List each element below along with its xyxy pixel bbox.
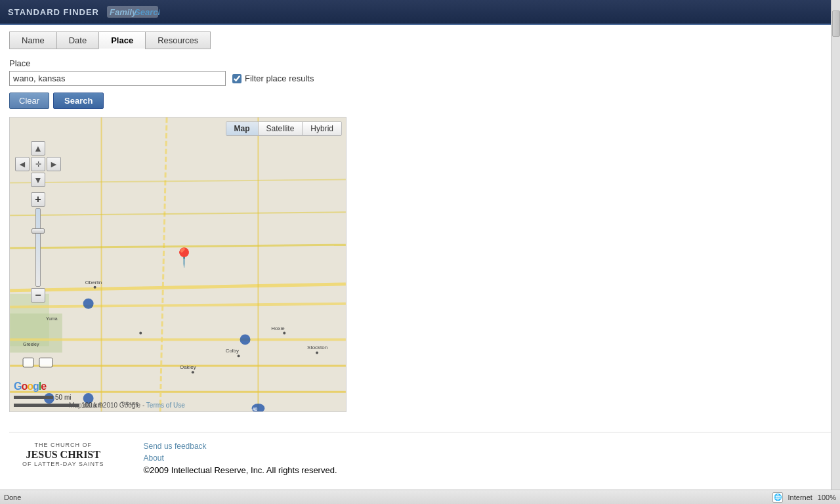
svg-rect-19 [39, 358, 52, 367]
svg-text:Colby: Colby [226, 348, 239, 354]
pan-left-button[interactable]: ◄ [15, 157, 30, 171]
footer: THE CHURCH OF JESUS CHRIST OF LATTER-DAY… [9, 432, 831, 484]
church-main-text: JESUS CHRIST [22, 448, 104, 461]
map-view-satellite[interactable]: Satellite [259, 122, 303, 135]
header: STANDARD FINDER Family Search [0, 0, 840, 25]
footer-church-logo: THE CHURCH OF JESUS CHRIST OF LATTER-DAY… [9, 442, 117, 467]
svg-point-14 [83, 299, 94, 309]
scale-miles-label: 50 mi [55, 394, 71, 401]
svg-text:Oakley: Oakley [180, 364, 196, 370]
terms-of-use-link[interactable]: Terms of Use [146, 402, 185, 409]
svg-text:Search: Search [135, 7, 159, 17]
map-location-pin: 📍 [173, 249, 196, 267]
tab-name[interactable]: Name [9, 32, 56, 49]
pan-right-button[interactable]: ► [47, 157, 61, 171]
filter-label: Filter place results [245, 74, 314, 83]
filter-checkbox[interactable] [232, 74, 242, 83]
svg-rect-18 [23, 358, 33, 367]
svg-text:Oberlin: Oberlin [85, 280, 102, 285]
zoom-in-button[interactable]: + [31, 192, 45, 207]
place-input[interactable] [9, 71, 226, 86]
scale-ruler-miles [14, 396, 53, 399]
tab-date[interactable]: Date [56, 32, 98, 49]
google-logo: Google [14, 381, 46, 392]
map-container[interactable]: Oberlin Tribune Oakley Colby Hoxie Stock… [9, 117, 346, 412]
svg-text:Yuma: Yuma [46, 316, 58, 321]
status-bar: Done 🌐 Internet 100% [0, 490, 840, 491]
svg-text:Stockton: Stockton [307, 345, 327, 350]
pan-center-button[interactable]: ✛ [31, 157, 45, 171]
tab-place[interactable]: Place [98, 32, 145, 49]
place-label: Place [9, 58, 831, 68]
main-content: Name Date Place Resources Place Filter p… [0, 25, 840, 491]
vertical-scrollbar[interactable] [831, 0, 840, 490]
svg-point-26 [316, 351, 318, 354]
map-view-map[interactable]: Map [226, 122, 259, 135]
zoom-slider[interactable] [35, 208, 41, 287]
svg-point-22 [139, 332, 142, 335]
clear-button[interactable]: Clear [9, 93, 49, 109]
family-search-logo: Family Search [107, 5, 159, 19]
about-link[interactable]: About [144, 453, 337, 463]
zoom-out-button[interactable]: − [31, 288, 45, 303]
pan-up-button[interactable]: ▲ [31, 141, 45, 156]
filter-row: Filter place results [232, 74, 314, 83]
tab-resources[interactable]: Resources [145, 32, 211, 49]
search-button[interactable]: Search [53, 93, 104, 109]
svg-point-15 [240, 335, 251, 345]
app-title: STANDARD FINDER [8, 7, 99, 17]
zoom-thumb[interactable] [32, 228, 45, 234]
svg-point-25 [283, 332, 285, 335]
map-data-text: Map data ©2010 Google - [69, 402, 144, 409]
svg-text:Hoxie: Hoxie [271, 326, 285, 331]
church-small-text: THE CHURCH OF [22, 442, 104, 448]
svg-text:Greeley: Greeley [23, 342, 39, 347]
pan-down-button[interactable]: ▼ [31, 173, 45, 187]
footer-copyright: ©2009 Intellectual Reserve, Inc. All rig… [144, 465, 337, 475]
svg-point-21 [94, 286, 96, 289]
svg-text:40: 40 [252, 407, 257, 411]
church-sub-text: OF LATTER-DAY SAINTS [22, 461, 104, 467]
svg-text:Family: Family [110, 7, 137, 17]
scale-miles: 50 mi [14, 394, 103, 401]
place-input-row: Filter place results [9, 71, 831, 86]
footer-links: Send us feedback About ©2009 Intellectua… [144, 442, 337, 475]
map-view-hybrid[interactable]: Hybrid [303, 122, 341, 135]
svg-point-23 [192, 371, 194, 373]
button-row: Clear Search [9, 93, 831, 109]
map-view-toggle: Map Satellite Hybrid [226, 121, 342, 136]
map-copyright: Map data ©2010 Google - Terms of Use [69, 402, 185, 409]
tab-bar: Name Date Place Resources [9, 32, 831, 49]
scrollbar-thumb[interactable] [832, 10, 840, 37]
map-navigation-controls: ▲ ◄ ✛ ► ▼ + − [15, 141, 61, 305]
svg-point-24 [238, 354, 240, 357]
feedback-link[interactable]: Send us feedback [144, 442, 337, 451]
